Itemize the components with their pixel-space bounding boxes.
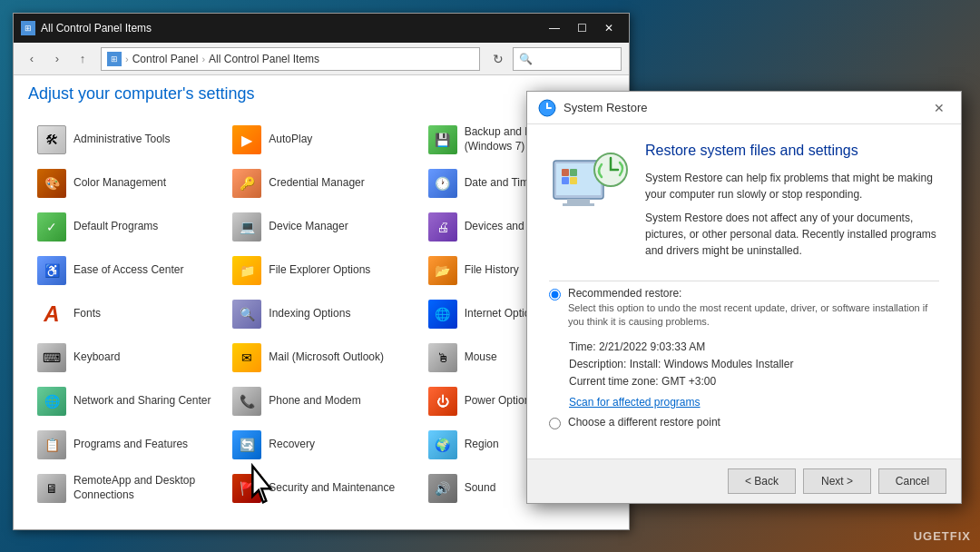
svg-rect-3: [567, 199, 590, 203]
recovery-icon: 🔄: [232, 430, 261, 459]
datetime-icon: 🕐: [428, 169, 457, 198]
keyboard-icon: ⌨: [37, 343, 66, 372]
ease-icon: ♿: [37, 256, 66, 285]
cp-app-icon: ⊞: [21, 21, 35, 35]
cp-window-controls: — ☐ ✕: [542, 19, 622, 37]
credential-label: Credential Manager: [269, 176, 364, 191]
devmgr-label: Device Manager: [269, 220, 348, 234]
sr-titlebar: System Restore ✕: [527, 92, 961, 124]
default-label: Default Programs: [74, 220, 158, 234]
sr-options: Recommended restore: Select this option …: [549, 283, 939, 440]
ease-label: Ease of Access Center: [74, 263, 183, 278]
list-item[interactable]: 🚩 Security and Maintenance: [223, 467, 418, 510]
list-item[interactable]: 🔄 Recovery: [223, 423, 418, 467]
maximize-button[interactable]: ☐: [569, 19, 594, 37]
indexing-icon: 🔍: [232, 300, 261, 329]
back-button[interactable]: ‹: [21, 48, 43, 70]
fileexp-icon: 📁: [232, 256, 261, 285]
admin-label: Administrative Tools: [74, 133, 171, 147]
divider: [549, 281, 939, 281]
list-item[interactable]: 🎨 Color Management: [28, 162, 223, 205]
sr-restore-graphic: [549, 143, 631, 224]
programs-icon: 📋: [37, 430, 66, 459]
watermark: UGETFIX: [914, 529, 971, 543]
list-item[interactable]: ✓ Default Programs: [28, 205, 223, 249]
security-icon: 🚩: [232, 474, 261, 503]
list-item[interactable]: 🛠 Administrative Tools: [28, 118, 223, 162]
credential-icon: 🔑: [232, 169, 261, 198]
list-item[interactable]: 📋 Programs and Features: [28, 423, 223, 467]
fileexp-label: File Explorer Options: [269, 263, 370, 278]
list-item[interactable]: 💻 Device Manager: [223, 205, 418, 249]
search-box[interactable]: 🔍: [513, 47, 622, 71]
mouse-label: Mouse: [465, 350, 497, 365]
default-icon: ✓: [37, 212, 66, 242]
search-icon: 🔍: [519, 53, 533, 65]
recovery-label: Recovery: [269, 438, 315, 452]
list-item[interactable]: ✉ Mail (Microsoft Outlook): [223, 336, 418, 380]
restore-time: Time: 2/21/2022 9:03:33 AM: [569, 339, 939, 356]
list-item[interactable]: 🔍 Indexing Options: [223, 292, 418, 336]
list-item[interactable]: 🖥 RemoteApp and Desktop Connections: [28, 467, 223, 510]
recommended-label: Recommended restore:: [568, 287, 939, 300]
sr-title-icon: [538, 99, 556, 117]
recommended-radio[interactable]: [549, 289, 561, 301]
svg-rect-9: [570, 177, 577, 184]
sr-icon-area: [549, 143, 631, 266]
keyboard-label: Keyboard: [74, 350, 120, 365]
backup-icon: 💾: [428, 125, 457, 154]
svg-rect-7: [570, 169, 577, 176]
datetime-label: Date and Time: [465, 176, 535, 191]
cancel-button[interactable]: Cancel: [878, 468, 946, 494]
cp-window-title: All Control Panel Items: [41, 22, 152, 34]
close-button[interactable]: ✕: [596, 19, 622, 37]
minimize-button[interactable]: —: [542, 19, 567, 37]
remote-label: RemoteApp and Desktop Connections: [74, 474, 214, 502]
restore-zone: Current time zone: GMT +3:00: [569, 373, 939, 390]
list-item[interactable]: ⌨ Keyboard: [28, 336, 223, 380]
history-label: File History: [465, 263, 519, 278]
list-item[interactable]: 📞 Phone and Modem: [223, 380, 418, 423]
cp-titlebar-left: ⊞ All Control Panel Items: [21, 21, 152, 35]
list-item[interactable]: ♿ Ease of Access Center: [28, 249, 223, 292]
back-button[interactable]: < Back: [728, 468, 796, 494]
list-item[interactable]: A Fonts: [28, 292, 223, 336]
ie-icon: 🌐: [428, 300, 457, 329]
recommended-option-text: Recommended restore: Select this option …: [568, 287, 939, 330]
mail-icon: ✉: [232, 343, 261, 372]
security-label: Security and Maintenance: [269, 481, 395, 496]
fonts-label: Fonts: [74, 307, 101, 321]
sr-footer: < Back Next > Cancel: [527, 458, 961, 503]
list-item[interactable]: 📁 File Explorer Options: [223, 249, 418, 292]
address-bar[interactable]: ⊞ › Control Panel › All Control Panel It…: [101, 47, 480, 71]
programs-label: Programs and Features: [74, 438, 188, 452]
sound-icon: 🔊: [428, 474, 457, 503]
history-icon: 📂: [428, 256, 457, 285]
refresh-button[interactable]: ↻: [487, 48, 509, 70]
power-label: Power Options: [465, 394, 536, 409]
sr-desc-2: System Restore does not affect any of yo…: [645, 210, 939, 259]
forward-button[interactable]: ›: [46, 48, 68, 70]
address-part-1: Control Panel: [132, 53, 199, 65]
list-item[interactable]: 🌐 Network and Sharing Center: [28, 380, 223, 423]
scan-link[interactable]: Scan for affected programs: [569, 396, 939, 409]
autoplay-icon: ▶: [232, 125, 261, 154]
address-parts: ⊞ › Control Panel › All Control Panel It…: [107, 52, 319, 66]
address-part-2: All Control Panel Items: [209, 53, 319, 65]
color-label: Color Management: [74, 176, 166, 191]
recommended-desc: Select this option to undo the most rece…: [568, 301, 939, 330]
sr-titlebar-left: System Restore: [538, 99, 647, 117]
restore-desc: Description: Install: Windows Modules In…: [569, 356, 939, 373]
remote-icon: 🖥: [37, 474, 66, 503]
list-item[interactable]: 🔑 Credential Manager: [223, 162, 418, 205]
system-restore-dialog: System Restore ✕: [526, 91, 962, 504]
next-button[interactable]: Next >: [803, 468, 871, 494]
different-radio[interactable]: [549, 418, 561, 429]
list-item[interactable]: ▶ AutoPlay: [223, 118, 418, 162]
color-icon: 🎨: [37, 169, 66, 198]
sr-close-button[interactable]: ✕: [928, 97, 950, 119]
sr-top: Restore system files and settings System…: [549, 143, 939, 266]
power-icon: ⏻: [428, 387, 457, 416]
up-button[interactable]: ↑: [72, 48, 93, 70]
devmgr-icon: 💻: [232, 212, 261, 242]
